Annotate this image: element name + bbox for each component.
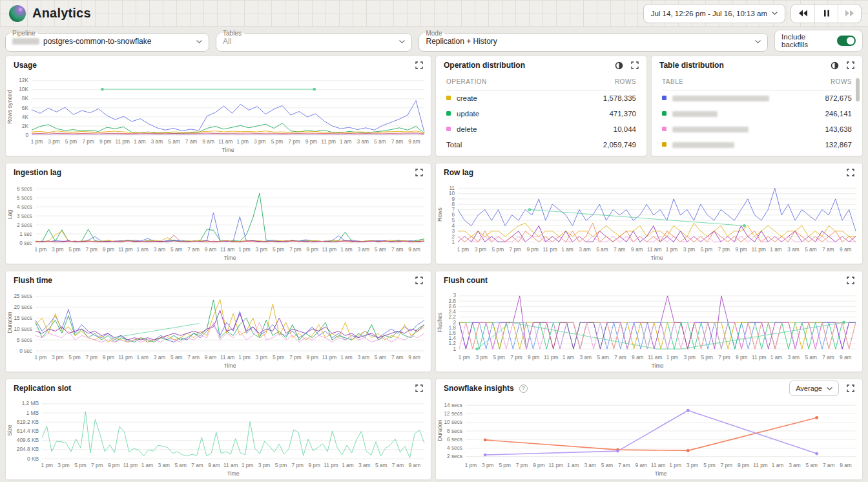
svg-text:Rows: Rows [437, 207, 443, 222]
svg-text:7 am: 7 am [618, 462, 630, 468]
svg-text:3 am: 3 am [356, 138, 369, 145]
svg-text:3 pm: 3 pm [254, 138, 266, 145]
svg-text:1 pm: 1 pm [41, 462, 53, 468]
svg-text:Time: Time [223, 362, 236, 369]
column-header: ROWS [816, 74, 852, 90]
svg-text:5 pm: 5 pm [275, 462, 287, 468]
flush-time-card: Flush time 0 sec5 secs10 secs15 secs20 s… [5, 271, 431, 372]
svg-text:Size: Size [6, 424, 13, 435]
svg-text:3: 3 [453, 292, 456, 299]
tables-select[interactable]: Tables All [216, 30, 412, 52]
mode-label: Mode [423, 30, 444, 37]
expand-icon[interactable] [847, 277, 854, 284]
svg-text:5 am: 5 am [168, 138, 180, 145]
svg-text:9 pm: 9 pm [526, 246, 539, 253]
table-row: create1,578,335 [446, 90, 636, 107]
svg-text:409.6 KB: 409.6 KB [17, 437, 39, 443]
svg-text:7 am: 7 am [187, 246, 200, 253]
svg-text:7 pm: 7 pm [510, 246, 522, 253]
pause-button[interactable] [814, 5, 838, 23]
help-icon[interactable]: ? [519, 384, 528, 393]
expand-icon[interactable] [631, 61, 639, 69]
row-value: 1,578,335 [551, 90, 636, 107]
svg-text:9 pm: 9 pm [305, 138, 318, 145]
svg-text:4K: 4K [22, 114, 29, 120]
pie-chart-icon[interactable] [831, 61, 839, 70]
svg-text:7 am: 7 am [187, 354, 200, 361]
svg-text:3 am: 3 am [788, 354, 800, 361]
svg-text:1 am: 1 am [136, 246, 149, 253]
date-range-button[interactable]: Jul 14, 12:26 pm - Jul 16, 10:13 am [643, 4, 785, 23]
svg-text:1 pm: 1 pm [666, 354, 679, 361]
row-value: 246,141 [816, 106, 852, 121]
scrollbar[interactable] [856, 78, 860, 101]
svg-text:1 am: 1 am [567, 462, 579, 468]
fast-forward-button[interactable] [838, 5, 861, 23]
svg-text:Time: Time [227, 470, 239, 477]
svg-text:1 pm: 1 pm [457, 246, 470, 253]
svg-text:7 am: 7 am [614, 354, 626, 361]
svg-text:3 am: 3 am [787, 246, 800, 253]
svg-text:1 am: 1 am [563, 354, 575, 361]
include-backfills-toggle[interactable] [837, 36, 856, 46]
pipeline-select[interactable]: Pipeline postgres-common-to-snowflake [5, 30, 209, 52]
date-range-label: Jul 14, 12:26 pm - Jul 16, 10:13 am [651, 10, 767, 17]
pie-chart-icon[interactable] [615, 61, 623, 70]
table-distribution-table: TABLE ROWS 872,675246,141143,638132,8678… [662, 74, 852, 156]
ingestion-lag-chart-svg: 0 sec1 sec2 secs3 secs4 secs5 secs6 secs… [6, 182, 431, 262]
svg-text:7 am: 7 am [391, 246, 404, 253]
svg-text:11 pm: 11 pm [322, 246, 337, 253]
rewind-button[interactable] [791, 5, 814, 23]
svg-text:5 pm: 5 pm [273, 354, 285, 361]
svg-text:5 am: 5 am [174, 462, 187, 468]
svg-text:5 pm: 5 pm [68, 354, 81, 361]
mode-select[interactable]: Mode Replication + History [418, 30, 768, 52]
expand-icon[interactable] [415, 384, 423, 392]
svg-text:5 pm: 5 pm [493, 354, 505, 361]
svg-text:11 am: 11 am [220, 354, 235, 361]
table-distribution-card: Table distribution TABLE ROWS 872,675246… [651, 56, 863, 156]
svg-text:3 pm: 3 pm [687, 462, 699, 468]
expand-icon[interactable] [847, 61, 854, 69]
snowflake-insights-chart-svg: 2 secs4 secs6 secs8 secs10 secs12 secs14… [436, 397, 862, 478]
svg-text:1 pm: 1 pm [465, 462, 477, 468]
expand-icon[interactable] [415, 61, 423, 69]
operation-distribution-table: OPERATION ROWS create1,578,335update471,… [446, 74, 636, 152]
svg-text:9 am: 9 am [208, 462, 220, 468]
svg-text:3 pm: 3 pm [684, 354, 696, 361]
flush-count-card: Flush count 11.21.41.61.822.22.42.62.831… [435, 271, 863, 372]
svg-text:7 pm: 7 pm [288, 138, 300, 145]
svg-text:5 am: 5 am [170, 246, 183, 253]
blurred-table-name [672, 96, 769, 101]
svg-text:7 am: 7 am [392, 462, 404, 468]
svg-text:3 am: 3 am [151, 138, 163, 145]
aggregation-select[interactable]: Average [789, 381, 839, 396]
svg-text:4 secs: 4 secs [17, 204, 32, 210]
expand-icon[interactable] [415, 169, 423, 176]
svg-text:5 pm: 5 pm [273, 246, 285, 253]
svg-text:9 am: 9 am [840, 462, 852, 468]
row-lag-card: Row lag 12345678910111 pm3 pm5 pm7 pm9 p… [435, 163, 863, 264]
row-value: 84,567 [816, 152, 852, 156]
svg-text:1 pm: 1 pm [35, 246, 47, 253]
svg-text:11 pm: 11 pm [542, 246, 557, 253]
expand-icon[interactable] [415, 277, 423, 284]
app-title: Analytics [32, 6, 91, 21]
table-row: 872,675 [662, 90, 852, 107]
include-backfills-control: Include backfills [774, 30, 863, 52]
svg-text:1 am: 1 am [340, 246, 353, 253]
svg-text:3 am: 3 am [357, 354, 369, 361]
svg-text:11 pm: 11 pm [116, 138, 130, 145]
expand-icon[interactable] [847, 169, 854, 176]
table-row: 246,141 [662, 106, 852, 121]
svg-text:9 am: 9 am [205, 246, 217, 253]
svg-text:3 am: 3 am [789, 462, 801, 468]
svg-text:1 pm: 1 pm [242, 462, 254, 468]
svg-text:11 pm: 11 pm [752, 354, 767, 361]
expand-icon[interactable] [847, 384, 854, 392]
svg-text:2 secs: 2 secs [447, 453, 462, 459]
chevron-down-icon [399, 40, 405, 43]
svg-text:9 pm: 9 pm [108, 462, 120, 468]
row-value: 132,867 [816, 137, 852, 152]
svg-text:1 MB: 1 MB [26, 410, 39, 416]
